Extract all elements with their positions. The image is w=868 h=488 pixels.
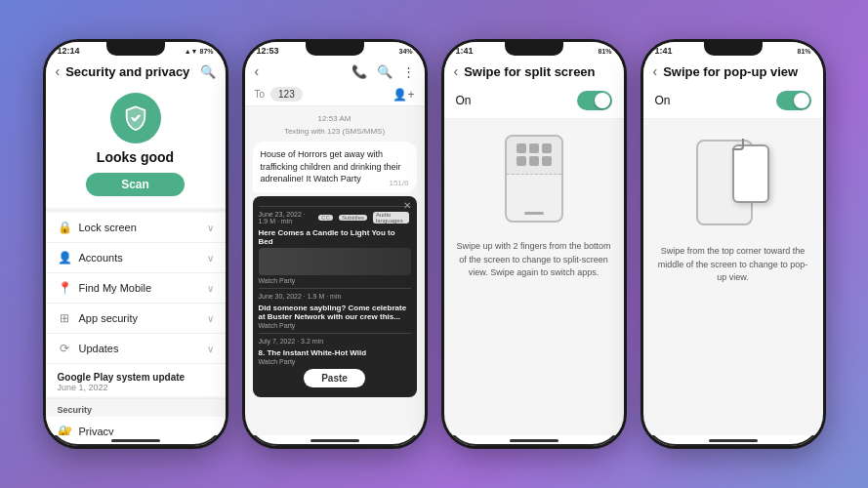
accounts-icon: 👤 bbox=[58, 251, 71, 264]
phone1-nav-title: Security and privacy bbox=[65, 64, 193, 79]
divider1 bbox=[46, 210, 226, 211]
vn-title-1: Here Comes a Candle to Light You to Bed bbox=[259, 228, 411, 246]
phone4-battery: 81% bbox=[797, 48, 810, 55]
scan-button[interactable]: Scan bbox=[86, 173, 185, 196]
app-security-label: App security bbox=[79, 312, 199, 324]
lock-screen-label: Lock screen bbox=[79, 222, 199, 233]
phone-messages: 12:53 34% ‹ 📞 🔍 ⋮ To 123 👤+ 12:53 AM bbox=[242, 39, 428, 449]
lock-icon: 🔒 bbox=[58, 221, 71, 234]
phone2-back-icon[interactable]: ‹ bbox=[255, 63, 260, 79]
chevron-down-icon-5: ∨ bbox=[207, 344, 214, 354]
vn-title-2: Did someone saybling? Come celebrate at … bbox=[259, 304, 411, 321]
msg-text: House of Horrors get away with trafficki… bbox=[261, 149, 401, 183]
phone1-nav: ‹ Security and privacy 🔍 bbox=[46, 58, 226, 83]
phone2-battery: 34% bbox=[398, 48, 412, 55]
msg-time: 12:53 AM bbox=[245, 106, 425, 125]
split-screen-toggle-label: On bbox=[456, 94, 569, 107]
google-play-title: Google Play system update bbox=[58, 372, 214, 383]
popup-window bbox=[732, 144, 769, 203]
split-screen-desc: Swipe up with 2 fingers from the bottom … bbox=[444, 232, 624, 288]
chevron-down-icon: ∨ bbox=[207, 223, 214, 233]
more-options-icon[interactable]: ⋮ bbox=[402, 64, 415, 79]
phone-icon[interactable]: 📞 bbox=[351, 64, 367, 79]
split-screen-toggle-row: On bbox=[444, 83, 624, 119]
to-label: To bbox=[255, 89, 266, 100]
phone2-search-icon[interactable]: 🔍 bbox=[377, 64, 393, 79]
paste-button[interactable]: Paste bbox=[304, 369, 365, 387]
vn-header-3: July 7, 2022 · 3.2 min bbox=[259, 338, 411, 345]
add-recipient-icon[interactable]: 👤+ bbox=[393, 88, 414, 102]
app-security-item[interactable]: ⊞ App security ∨ bbox=[46, 304, 226, 334]
search-icon[interactable]: 🔍 bbox=[200, 64, 216, 79]
app-dot-6 bbox=[542, 156, 552, 166]
accounts-item[interactable]: 👤 Accounts ∨ bbox=[46, 243, 226, 273]
toggle-knob bbox=[595, 93, 610, 108]
phone1-battery: 87% bbox=[199, 48, 213, 55]
phone4-back-icon[interactable]: ‹ bbox=[653, 63, 658, 79]
phone3-battery: 81% bbox=[598, 48, 611, 55]
vn-date-2: June 30, 2022 · 1.9 M · min bbox=[259, 293, 342, 300]
app-dot-5 bbox=[529, 156, 539, 166]
popup-toggle[interactable] bbox=[776, 91, 811, 110]
phone1-notch bbox=[106, 42, 165, 56]
vn-title-3: 8. The Instant White-Hot Wild bbox=[259, 348, 411, 357]
updates-label: Updates bbox=[79, 343, 199, 354]
find-mobile-item[interactable]: 📍 Find My Mobile ∨ bbox=[46, 273, 226, 304]
popup-toggle-row: On bbox=[643, 83, 823, 119]
chevron-down-icon-2: ∨ bbox=[207, 253, 214, 264]
msg-bubble: House of Horrors get away with trafficki… bbox=[253, 142, 417, 192]
app-dot-3 bbox=[542, 143, 552, 153]
msg-count: 151/6 bbox=[389, 178, 408, 188]
google-play-date: June 1, 2022 bbox=[58, 383, 214, 392]
phone4-nav-title: Swipe for pop-up view bbox=[663, 64, 812, 79]
chevron-down-icon-4: ∨ bbox=[207, 313, 214, 324]
popup-demo-wrapper bbox=[696, 135, 769, 227]
back-arrow-icon[interactable]: ‹ bbox=[56, 63, 61, 79]
recipient-chip[interactable]: 123 bbox=[270, 87, 303, 102]
phone1-time: 12:14 bbox=[58, 46, 80, 56]
lock-screen-item[interactable]: 🔒 Lock screen ∨ bbox=[46, 213, 226, 243]
phone4-content: On Swipe from the top corner toward the … bbox=[643, 83, 823, 293]
vn-header-1: June 23, 2022 · 1.9 M · min CC Subtitles… bbox=[259, 211, 411, 224]
msg-type: Texting with 123 (SMS/MMS) bbox=[245, 125, 425, 142]
home-indicator bbox=[111, 439, 160, 442]
phone3-notch bbox=[505, 42, 563, 56]
phone3-status-icons: 81% bbox=[598, 48, 611, 55]
home-indicator-3 bbox=[510, 439, 558, 442]
demo-app-grid bbox=[517, 143, 552, 166]
popup-toggle-knob bbox=[794, 93, 809, 108]
popup-view-desc: Swipe from the top corner toward the mid… bbox=[643, 237, 823, 293]
vn-thumb-1 bbox=[259, 248, 411, 275]
phone3-back-icon[interactable]: ‹ bbox=[454, 63, 459, 79]
location-icon: 📍 bbox=[58, 281, 71, 295]
phone3-nav: ‹ Swipe for split screen bbox=[444, 58, 624, 83]
phone1-signal: ▲▼ bbox=[185, 48, 198, 55]
home-indicator-4 bbox=[709, 439, 758, 442]
phone1-content: Looks good Scan 🔒 Lock screen ∨ 👤 Accoun… bbox=[46, 83, 226, 435]
privacy-item[interactable]: 🔐 Privacy bbox=[46, 417, 226, 435]
popup-arc-indicator bbox=[732, 139, 744, 150]
phone2-notch bbox=[306, 42, 364, 56]
split-screen-toggle[interactable] bbox=[577, 91, 612, 110]
demo-home-bar bbox=[524, 212, 544, 215]
updates-item[interactable]: ⟳ Updates ∨ bbox=[46, 334, 226, 364]
security-hero: Looks good Scan bbox=[46, 83, 226, 208]
vn-sub-2: Watch Party bbox=[259, 322, 411, 329]
vn-date-1: June 23, 2022 · 1.9 M · min bbox=[259, 211, 315, 224]
vn-entry-3: July 7, 2022 · 3.2 min 8. The Instant Wh… bbox=[259, 333, 411, 365]
google-play-section: Google Play system update June 1, 2022 bbox=[46, 364, 226, 396]
shield-circle bbox=[110, 93, 161, 143]
accounts-label: Accounts bbox=[79, 252, 199, 264]
home-indicator-2 bbox=[310, 439, 359, 442]
security-section-label: Security bbox=[46, 401, 226, 417]
looks-good-label: Looks good bbox=[97, 149, 174, 165]
demo-bottom-half bbox=[507, 175, 561, 221]
vn-date-3: July 7, 2022 · 3.2 min bbox=[259, 338, 324, 345]
phone-demo-device bbox=[505, 135, 563, 223]
close-overlay-icon[interactable]: ✕ bbox=[403, 200, 411, 211]
phone2-nav: ‹ 📞 🔍 ⋮ bbox=[245, 58, 425, 83]
phone2-time: 12:53 bbox=[257, 46, 279, 56]
popup-toggle-label: On bbox=[655, 94, 768, 107]
apps-icon: ⊞ bbox=[58, 311, 71, 325]
phone2-content: To 123 👤+ 12:53 AM Texting with 123 (SMS… bbox=[245, 83, 425, 401]
